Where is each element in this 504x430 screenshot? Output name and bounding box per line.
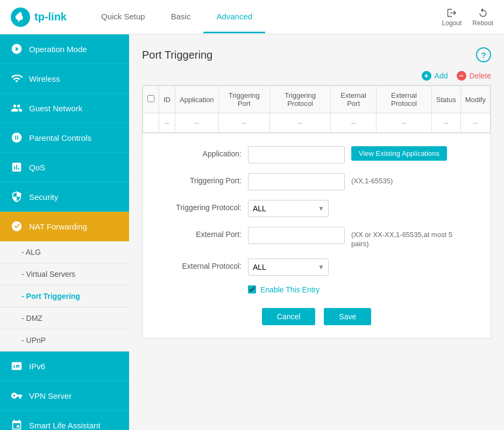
port-triggering-table-wrapper: ID Application Triggering Port Triggerin… [142,85,491,133]
page-title: Port Triggering [142,49,212,61]
top-right-controls: Logout Reboot [442,8,493,27]
sidebar-item-operation-mode[interactable]: Operation Mode [0,34,129,64]
select-all-checkbox[interactable] [147,95,154,102]
sidebar-item-wireless[interactable]: Wireless [0,64,129,94]
top-navigation: tp-link Quick Setup Basic Advanced Logou… [0,0,504,34]
delete-icon: − [457,71,466,81]
external-port-hint: (XX or XX-XX,1-65535,at most 5 pairs) [351,227,459,249]
port-triggering-form: Application: View Existing Applications … [142,133,491,339]
table-header-triggering-port: Triggering Port [218,86,269,113]
triggering-protocol-select-wrap: ALL TCP UDP TCP/UDP ▼ [248,200,329,217]
row-external-protocol: -- [377,113,432,133]
logo-text: tp-link [34,11,67,23]
table-header-external-protocol: External Protocol [377,86,432,113]
sidebar: Operation Mode Wireless Guest Network Pa… [0,34,129,430]
enable-entry-label[interactable]: Enable This Entry [260,285,320,294]
sidebar-item-vpn-server[interactable]: VPN Server [0,381,129,411]
row-checkbox [143,113,159,133]
application-input[interactable] [248,146,345,163]
sidebar-item-nat-forwarding[interactable]: NAT Forwarding [0,212,129,241]
add-icon: + [422,71,431,81]
table-header-application: Application [175,86,219,113]
table-header-external-port: External Port [331,86,377,113]
table-header-status: Status [431,86,460,113]
external-protocol-row: External Protocol: ALL TCP UDP TCP/UDP ▼ [155,259,478,276]
sidebar-item-parental-controls[interactable]: Parental Controls [0,123,129,153]
logout-button[interactable]: Logout [442,8,462,27]
action-bar: + Add − Delete [142,71,491,81]
triggering-port-label: Triggering Port: [155,173,242,185]
application-row: Application: View Existing Applications [155,146,478,163]
table-header-modify: Modify [460,86,490,113]
nav-quick-setup[interactable]: Quick Setup [88,1,158,33]
external-protocol-select[interactable]: ALL TCP UDP TCP/UDP [248,259,329,276]
nav-basic[interactable]: Basic [158,1,204,33]
table-header-triggering-protocol: Triggering Protocol [270,86,331,113]
delete-button[interactable]: − Delete [457,71,491,81]
help-icon[interactable]: ? [476,47,491,62]
nav-links: Quick Setup Basic Advanced [88,1,442,33]
logo-icon [11,8,30,27]
sidebar-item-ipv6[interactable]: IPv6 [0,352,129,381]
row-status: -- [431,113,460,133]
sidebar-subitems: - ALG - Virtual Servers - Port Triggerin… [0,241,129,352]
port-triggering-table: ID Application Triggering Port Triggerin… [143,85,491,133]
external-port-row: External Port: (XX or XX-XX,1-65535,at m… [155,227,478,249]
application-label: Application: [155,146,242,158]
reboot-button[interactable]: Reboot [472,8,493,27]
sidebar-sub-port-triggering[interactable]: - Port Triggering [0,285,129,307]
triggering-protocol-select[interactable]: ALL TCP UDP TCP/UDP [248,200,329,217]
table-header-id: ID [159,86,175,113]
sidebar-item-guest-network[interactable]: Guest Network [0,94,129,123]
save-button[interactable]: Save [324,308,371,325]
sidebar-sub-virtual-servers[interactable]: - Virtual Servers [0,263,129,285]
table-row: -- -- -- -- -- -- -- -- [143,113,491,133]
row-id: -- [159,113,175,133]
enable-entry-checkbox[interactable] [248,285,256,293]
sidebar-item-security[interactable]: Security [0,182,129,212]
cancel-button[interactable]: Cancel [262,308,316,325]
form-actions: Cancel Save [155,304,478,325]
triggering-port-input[interactable] [248,173,345,190]
sidebar-sub-dmz[interactable]: - DMZ [0,307,129,329]
external-port-label: External Port: [155,227,242,239]
row-modify: -- [460,113,490,133]
logo: tp-link [11,8,67,27]
sidebar-item-smart-life[interactable]: Smart Life Assistant [0,411,129,430]
triggering-port-row: Triggering Port: (XX,1-65535) [155,173,478,190]
sidebar-item-qos[interactable]: QoS [0,153,129,182]
main-layout: Operation Mode Wireless Guest Network Pa… [0,34,504,430]
page-header: Port Triggering ? [142,47,491,62]
triggering-protocol-label: Triggering Protocol: [155,200,242,212]
nav-advanced[interactable]: Advanced [203,1,265,33]
external-port-input[interactable] [248,227,345,244]
row-application: -- [175,113,219,133]
main-content: Port Triggering ? + Add − Delete ID Appl… [129,34,504,430]
sidebar-sub-upnp[interactable]: - UPnP [0,329,129,352]
triggering-protocol-row: Triggering Protocol: ALL TCP UDP TCP/UDP… [155,200,478,217]
row-external-port: -- [331,113,377,133]
enable-entry-row: Enable This Entry [155,285,478,294]
row-triggering-port: -- [218,113,269,133]
triggering-port-hint: (XX,1-65535) [351,173,393,185]
external-protocol-select-wrap: ALL TCP UDP TCP/UDP ▼ [248,259,329,276]
table-header-checkbox [143,86,159,113]
row-triggering-protocol: -- [270,113,331,133]
table-header-row: ID Application Triggering Port Triggerin… [143,86,491,113]
add-button[interactable]: + Add [422,71,448,81]
view-existing-applications-button[interactable]: View Existing Applications [351,146,447,161]
external-protocol-label: External Protocol: [155,259,242,270]
sidebar-sub-alg[interactable]: - ALG [0,241,129,263]
